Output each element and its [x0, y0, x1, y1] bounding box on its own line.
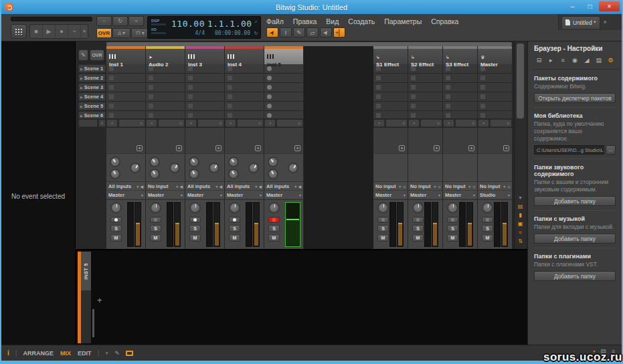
clip-slot[interactable] — [225, 102, 264, 110]
clip-slot[interactable] — [185, 83, 224, 92]
scene-play-icon[interactable]: ▶ — [80, 104, 83, 108]
add-device-icon[interactable]: + — [434, 145, 440, 151]
scene-menu-button[interactable]: ≡ — [98, 119, 106, 127]
send-knob-3[interactable] — [248, 163, 259, 173]
slot-menu-button[interactable]: ≡ — [118, 119, 145, 127]
clip-slot[interactable] — [146, 102, 185, 110]
slot-menu-button[interactable]: ≡ — [385, 119, 408, 127]
fader-lane[interactable] — [501, 202, 508, 247]
send-knob-2[interactable] — [110, 169, 120, 179]
send-knob-2[interactable] — [149, 169, 160, 179]
clip-slot[interactable] — [225, 111, 264, 118]
clip-slot[interactable] — [264, 111, 303, 118]
tab-close-icon[interactable]: × — [604, 19, 607, 25]
view-arrange[interactable]: ARRANGE — [23, 350, 54, 357]
device-slot-area[interactable]: + — [443, 128, 477, 153]
clip-stop-icon[interactable] — [228, 104, 232, 108]
scene-play-icon[interactable]: ▶ — [80, 76, 83, 80]
mute-button[interactable]: M — [150, 234, 161, 242]
clip-stop-dot-icon[interactable] — [267, 76, 272, 80]
input-selector[interactable]: No input▾◀ — [443, 182, 477, 191]
volume-fader[interactable] — [167, 202, 182, 247]
send-knob-1[interactable] — [228, 157, 239, 167]
clip-stop-icon[interactable] — [376, 113, 381, 118]
stop-all-clips-button[interactable]: ▪ — [185, 119, 197, 127]
add-device-icon[interactable]: + — [97, 295, 102, 305]
scene-scene-4[interactable]: ▶Scene 4 — [78, 92, 106, 101]
clip-slot[interactable] — [373, 74, 408, 82]
multisamples-icon[interactable]: ◢ — [582, 56, 592, 65]
device-slot-area[interactable]: + — [225, 128, 264, 153]
clip-slot[interactable] — [478, 83, 512, 92]
solo-button[interactable]: S — [482, 225, 493, 232]
clip-stop-icon[interactable] — [446, 66, 450, 71]
settings-icon[interactable]: ⚙ — [606, 56, 616, 65]
samples-icon[interactable]: ◉ — [570, 56, 580, 65]
scene-scene-2[interactable]: ▶Scene 2 — [78, 74, 106, 82]
slot-menu-button[interactable]: ≡ — [197, 119, 224, 127]
pointer-tool-icon[interactable]: ➤ — [266, 27, 278, 37]
section-action-button[interactable]: Добавить папку — [534, 196, 616, 206]
device-slot-area[interactable]: + — [373, 128, 408, 153]
clip-stop-icon[interactable] — [446, 76, 450, 80]
stop-all-clips-button[interactable]: ▪ — [106, 119, 118, 127]
clip-stop-icon[interactable] — [188, 94, 193, 99]
volume-fader[interactable] — [424, 202, 440, 247]
record-arm-button[interactable] — [229, 217, 240, 223]
pan-knob[interactable] — [229, 202, 240, 213]
follow-playback-icon[interactable] — [126, 351, 133, 356]
clip-stop-dot-icon[interactable] — [267, 85, 272, 90]
clip-slot[interactable] — [408, 102, 442, 110]
slot-menu-button[interactable]: ≡ — [237, 119, 264, 127]
clip-stop-icon[interactable] — [376, 94, 381, 99]
device-panel-scrollbar[interactable] — [92, 309, 94, 337]
stop-button[interactable]: ■ — [30, 25, 43, 38]
clip-slot[interactable] — [185, 102, 224, 110]
scene-play-icon[interactable]: ▶ — [80, 86, 83, 90]
clip-slot[interactable] — [106, 92, 145, 101]
clip-slot[interactable] — [373, 111, 408, 118]
clip-stop-icon[interactable] — [149, 66, 153, 71]
clip-stop-dot-icon[interactable] — [267, 113, 272, 118]
mute-button[interactable]: M — [229, 234, 240, 242]
pan-knob[interactable] — [447, 202, 458, 213]
monitor-speaker-icon[interactable]: ◀ — [140, 184, 143, 189]
metronome-button[interactable]: Δ ▾ — [112, 28, 130, 38]
stop-all-clips-button[interactable]: ▪ — [373, 119, 385, 127]
clip-slot[interactable] — [443, 74, 477, 82]
clip-slot[interactable] — [146, 83, 185, 92]
focus-icon[interactable]: + — [105, 350, 108, 357]
automation-write-button[interactable]: ~ — [68, 25, 81, 38]
output-selector[interactable]: Master▾ — [225, 191, 264, 199]
send-knob-1[interactable] — [110, 157, 120, 167]
stop-all-clips-button[interactable]: ▪ — [408, 119, 420, 127]
volume-fader[interactable] — [285, 202, 300, 247]
menu-item--[interactable]: Файл — [266, 17, 284, 25]
automation-write-icon[interactable]: ✎ — [78, 50, 88, 61]
stop-all-clips-button[interactable]: ▪ — [225, 119, 236, 127]
track-header[interactable]: ↳S3 Effect — [443, 49, 477, 64]
input-selector[interactable]: All inputs▾◀ — [225, 182, 264, 191]
input-selector[interactable]: All inputs▾◀ — [264, 182, 303, 191]
record-arm-button[interactable] — [412, 217, 424, 223]
clip-slot[interactable] — [408, 74, 442, 82]
pan-knob[interactable] — [268, 202, 280, 213]
fader-lane[interactable] — [432, 202, 438, 247]
crossfade-toggle-icon[interactable]: ⇅ — [516, 238, 525, 245]
clip-stop-icon[interactable] — [149, 104, 153, 108]
clip-stop-icon[interactable] — [109, 113, 114, 118]
clip-slot[interactable] — [146, 74, 185, 82]
volume-fader[interactable] — [127, 202, 143, 247]
bitwig-menu-button[interactable] — [11, 24, 27, 39]
clip-slot[interactable] — [443, 111, 477, 118]
view-mix[interactable]: MIX — [60, 350, 71, 357]
section-action-button[interactable]: Добавить папку — [534, 271, 616, 281]
clip-slot[interactable] — [106, 74, 145, 82]
clip-stop-icon[interactable] — [446, 94, 450, 99]
clip-slot[interactable] — [264, 102, 303, 110]
clip-stop-icon[interactable] — [228, 113, 232, 118]
maximize-button[interactable]: □ — [582, 1, 598, 11]
punch-button[interactable]: ⊓ ▾ — [131, 28, 149, 38]
add-device-icon[interactable]: + — [255, 145, 261, 151]
clip-stop-icon[interactable] — [480, 104, 485, 108]
